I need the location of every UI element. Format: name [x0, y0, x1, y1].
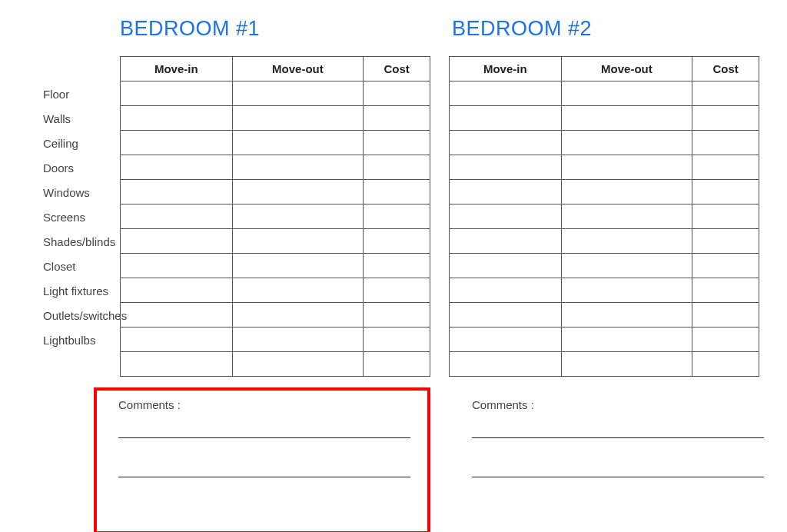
- table-row: [121, 204, 430, 229]
- table-row: [450, 303, 759, 328]
- table-cell[interactable]: [561, 278, 692, 303]
- table-cell[interactable]: [121, 180, 233, 204]
- table-cell[interactable]: [561, 180, 692, 204]
- table-cell[interactable]: [364, 81, 430, 106]
- table-cell[interactable]: [692, 303, 759, 328]
- tables-row: FloorWallsCeilingDoorsWindowsScreensShad…: [0, 56, 787, 377]
- table-cell[interactable]: [364, 254, 430, 278]
- column-header: Cost: [364, 57, 430, 81]
- row-label: Walls: [0, 107, 120, 131]
- table-cell[interactable]: [232, 328, 364, 352]
- table-cell[interactable]: [450, 106, 562, 131]
- table-cell[interactable]: [364, 303, 430, 328]
- comment-line: [118, 437, 410, 438]
- column-header: Cost: [692, 57, 759, 81]
- table-cell[interactable]: [561, 352, 692, 377]
- table-cell[interactable]: [364, 328, 430, 352]
- table-cell[interactable]: [364, 278, 430, 303]
- table-cell[interactable]: [692, 81, 759, 106]
- table-row: [121, 352, 430, 377]
- table-cell[interactable]: [450, 180, 562, 204]
- table-cell[interactable]: [692, 328, 759, 352]
- table-cell[interactable]: [364, 229, 430, 254]
- column-header: Move-out: [232, 57, 364, 81]
- table-cell[interactable]: [450, 81, 562, 106]
- table-cell[interactable]: [121, 254, 233, 278]
- row-label: Shades/blinds: [0, 230, 120, 254]
- table-cell[interactable]: [450, 278, 562, 303]
- table-row: [450, 81, 759, 106]
- table-cell[interactable]: [364, 352, 430, 377]
- table-cell[interactable]: [121, 106, 233, 131]
- table-cell[interactable]: [121, 155, 233, 180]
- table-cell[interactable]: [561, 254, 692, 278]
- table-cell[interactable]: [450, 328, 562, 352]
- table-cell[interactable]: [364, 204, 430, 229]
- table-cell[interactable]: [561, 303, 692, 328]
- table-cell[interactable]: [450, 204, 562, 229]
- table-cell[interactable]: [232, 180, 364, 204]
- row-label: Windows: [0, 181, 120, 205]
- table-cell[interactable]: [232, 106, 364, 131]
- table-cell[interactable]: [561, 106, 692, 131]
- table-cell[interactable]: [450, 352, 562, 377]
- spacer: [0, 17, 120, 41]
- table-cell[interactable]: [692, 180, 759, 204]
- table-row: [450, 278, 759, 303]
- table-row: [450, 204, 759, 229]
- table-cell[interactable]: [364, 155, 430, 180]
- table-cell[interactable]: [692, 204, 759, 229]
- comment-line: [472, 477, 764, 477]
- table-cell[interactable]: [232, 229, 364, 254]
- table-cell[interactable]: [232, 204, 364, 229]
- comment-line: [472, 437, 764, 438]
- table-cell[interactable]: [692, 106, 759, 131]
- table-cell[interactable]: [121, 81, 233, 106]
- column-header: Move-out: [561, 57, 692, 81]
- table-cell[interactable]: [692, 155, 759, 180]
- table-cell[interactable]: [450, 131, 562, 155]
- table-cell[interactable]: [692, 254, 759, 278]
- table-cell[interactable]: [121, 278, 233, 303]
- table-cell[interactable]: [692, 352, 759, 377]
- table-cell[interactable]: [232, 254, 364, 278]
- table-row: [121, 131, 430, 155]
- table-cell[interactable]: [232, 278, 364, 303]
- table-cell[interactable]: [561, 81, 692, 106]
- table-cell[interactable]: [232, 155, 364, 180]
- table-cell[interactable]: [450, 303, 562, 328]
- table-cell[interactable]: [692, 131, 759, 155]
- table-cell[interactable]: [121, 229, 233, 254]
- table-cell[interactable]: [450, 229, 562, 254]
- table-cell[interactable]: [232, 352, 364, 377]
- table-cell[interactable]: [121, 303, 233, 328]
- table-cell[interactable]: [121, 352, 233, 377]
- table-cell[interactable]: [450, 254, 562, 278]
- table-cell[interactable]: [232, 131, 364, 155]
- table-cell[interactable]: [121, 328, 233, 352]
- comments-row: Comments : Comments :: [0, 387, 787, 532]
- row-label: Lightbulbs: [0, 328, 120, 353]
- table-cell[interactable]: [692, 278, 759, 303]
- table-row: [450, 155, 759, 180]
- table-cell[interactable]: [364, 106, 430, 131]
- table-cell[interactable]: [232, 81, 364, 106]
- table-cell[interactable]: [364, 131, 430, 155]
- table-cell[interactable]: [561, 328, 692, 352]
- table-cell[interactable]: [121, 204, 233, 229]
- table-row: [450, 131, 759, 155]
- row-label: Doors: [0, 156, 120, 181]
- table-cell[interactable]: [121, 131, 233, 155]
- table-cell[interactable]: [561, 204, 692, 229]
- comments-label: Comments :: [472, 398, 769, 411]
- table-row: [121, 229, 430, 254]
- table-cell[interactable]: [692, 229, 759, 254]
- table-cell[interactable]: [364, 180, 430, 204]
- table-cell[interactable]: [561, 131, 692, 155]
- table-cell[interactable]: [232, 303, 364, 328]
- row-label: Outlets/switches: [0, 304, 120, 328]
- table-cell[interactable]: [561, 229, 692, 254]
- table-cell[interactable]: [561, 155, 692, 180]
- table-cell[interactable]: [450, 155, 562, 180]
- table-row: [121, 180, 430, 204]
